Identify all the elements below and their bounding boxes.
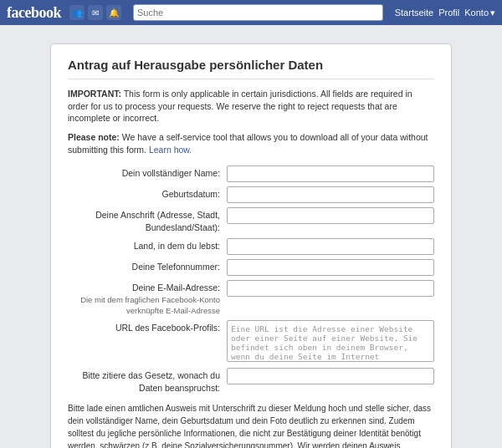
label-text: Bitte zitiere das Gesetz, wonach du Date… [82, 370, 220, 393]
nav-icon-group: 👥 ✉ 🔔 [69, 5, 121, 20]
field-birthday-row: Geburtsdatum: [68, 186, 434, 203]
facebook-logo: facebook [7, 4, 61, 22]
field-fullname-label: Dein vollständiger Name: [68, 165, 227, 180]
field-fullname-row: Dein vollständiger Name: [68, 165, 434, 182]
note-label: Please note: [68, 132, 120, 142]
field-phone-label: Deine Telefonnummer: [68, 259, 227, 273]
field-url-row: URL des Facebook-Profils: Eine URL ist d… [68, 320, 434, 364]
field-law-input-wrap [227, 368, 434, 384]
page-title: Antrag auf Herausgabe persönlicher Daten [68, 58, 434, 79]
note-notice: Please note: We have a self-service tool… [68, 131, 434, 155]
email-sublabel: Die mit dem fraglichen Facebook-Konto ve… [68, 294, 220, 317]
main-content: Antrag auf Herausgabe persönlicher Daten… [0, 25, 502, 448]
country-input[interactable] [227, 238, 434, 255]
form-card: Antrag auf Herausgabe persönlicher Daten… [50, 43, 452, 448]
nav-profile-link[interactable]: Profil [438, 8, 459, 18]
label-text: Deine Anschrift (Adresse, Stadt, Bundesl… [95, 210, 220, 232]
search-bar [133, 4, 383, 21]
label-text: Geburtsdatum: [162, 189, 220, 199]
field-birthday-label: Geburtsdatum: [68, 186, 227, 201]
field-law-label: Bitte zitiere das Gesetz, wonach du Date… [68, 368, 227, 394]
field-address-row: Deine Anschrift (Adresse, Stadt, Bundesl… [68, 207, 434, 233]
field-email-label: Deine E-Mail-Adresse: Die mit dem fragli… [68, 280, 227, 316]
birthday-input[interactable] [227, 186, 434, 203]
field-address-label: Deine Anschrift (Adresse, Stadt, Bundesl… [68, 207, 227, 233]
learn-more-link[interactable]: Learn how. [149, 145, 192, 155]
note-text: We have a self-service tool that allows … [68, 132, 428, 155]
search-input[interactable] [133, 4, 383, 21]
important-notice: IMPORTANT: This form is only applicable … [68, 88, 434, 125]
field-country-row: Land, in dem du lebst: [68, 238, 434, 255]
field-phone-row: Deine Telefonnummer: [68, 259, 434, 276]
label-text: Deine E-Mail-Adresse: [132, 283, 220, 293]
field-url-input-wrap: Eine URL ist die Adresse einer Website o… [227, 320, 434, 364]
field-email-row: Deine E-Mail-Adresse: Die mit dem fragli… [68, 280, 434, 316]
field-law-row: Bitte zitiere das Gesetz, wonach du Date… [68, 368, 434, 394]
field-country-label: Land, in dem du lebst: [68, 238, 227, 252]
chevron-down-icon: ▾ [490, 8, 495, 18]
nav-right-links: Startseite Profil Konto ▾ [395, 8, 495, 18]
address-input[interactable] [227, 207, 434, 224]
top-navigation: facebook 👥 ✉ 🔔 Startseite Profil Konto ▾ [0, 0, 502, 25]
field-phone-input-wrap [227, 259, 434, 276]
disclaimer-text: Bitte lade einen amtlichen Ausweis mit U… [68, 402, 434, 448]
law-input[interactable] [227, 368, 434, 384]
field-country-input-wrap [227, 238, 434, 255]
important-label: IMPORTANT: [68, 89, 121, 99]
nav-home-link[interactable]: Startseite [395, 8, 433, 18]
friends-icon[interactable]: 👥 [69, 5, 85, 20]
field-address-input-wrap [227, 207, 434, 224]
label-text: Land, in dem du lebst: [134, 241, 220, 251]
label-text: Dein vollständiger Name: [122, 168, 220, 178]
fullname-input[interactable] [227, 165, 434, 182]
messages-icon[interactable]: ✉ [88, 5, 103, 20]
field-email-input-wrap [227, 280, 434, 297]
nav-account-label: Konto [464, 8, 489, 18]
field-birthday-input-wrap [227, 186, 434, 203]
field-fullname-input-wrap [227, 165, 434, 182]
label-text: Deine Telefonnummer: [132, 262, 220, 272]
label-text: URL des Facebook-Profils: [115, 323, 220, 333]
url-textarea[interactable]: Eine URL ist die Adresse einer Website o… [227, 320, 434, 362]
nav-account-dropdown[interactable]: Konto ▾ [464, 8, 495, 18]
email-input[interactable] [227, 280, 434, 297]
field-url-label: URL des Facebook-Profils: [68, 320, 227, 334]
phone-input[interactable] [227, 259, 434, 276]
notifications-icon[interactable]: 🔔 [106, 5, 121, 20]
